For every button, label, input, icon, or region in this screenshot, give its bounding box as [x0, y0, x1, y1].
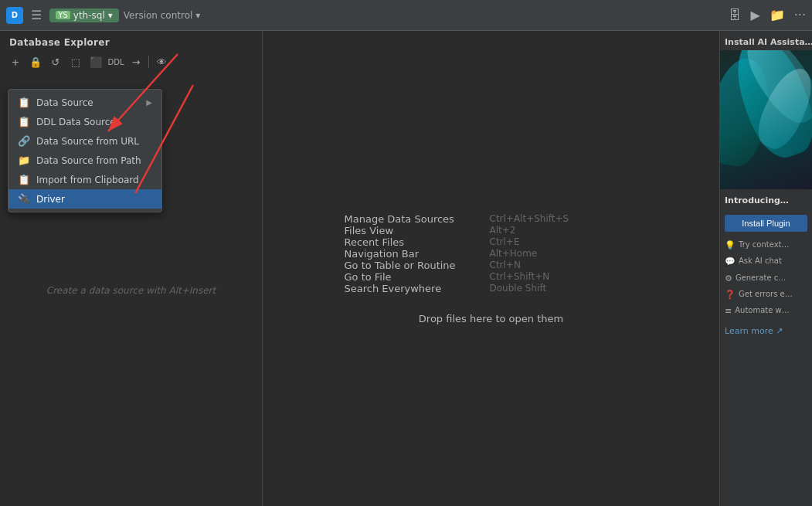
shortcut-key-file: Ctrl+Shift+N — [490, 271, 550, 282]
shortcut-label-search: Search Everywhere — [345, 283, 484, 294]
shortcut-label-file: Go to File — [345, 271, 484, 283]
project-name: yth-sql — [73, 10, 105, 21]
shortcut-row-nav: Navigation Bar Alt+Home — [345, 248, 638, 260]
version-control-selector[interactable]: Version control ▾ — [124, 10, 201, 21]
shortcuts-list: Manage Data Sources Ctrl+Alt+Shift+S Fil… — [345, 213, 638, 294]
shortcut-label-table: Go to Table or Routine — [345, 260, 484, 271]
shortcut-row-files: Files View Alt+2 — [345, 225, 638, 236]
version-control-chevron: ▾ — [195, 10, 200, 21]
app-logo: D — [6, 7, 23, 24]
shortcut-label-manage: Manage Data Sources — [345, 213, 484, 225]
ai-banner-title: Install AI Assista… — [720, 31, 812, 50]
submenu-arrow: ▶ — [146, 98, 152, 107]
menu-item-ddl-data-source[interactable]: 📋 DDL Data Source — [8, 112, 161, 131]
shortcut-label-nav: Navigation Bar — [345, 248, 484, 260]
clipboard-icon: 📋 — [18, 174, 30, 185]
errors-icon: ❓ — [725, 290, 736, 301]
chat-icon: 💬 — [725, 256, 736, 267]
driver-icon: 🔌 — [18, 193, 30, 205]
table-button[interactable]: ⬚ — [66, 53, 85, 71]
shortcut-key-files: Alt+2 — [490, 225, 516, 236]
left-panel: Database Explorer + 🔒 ↺ ⬚ ⬛ DDL → 👁 📋 Da… — [0, 31, 263, 506]
panel-toolbar: + 🔒 ↺ ⬚ ⬛ DDL → 👁 — [0, 51, 262, 74]
url-source-label: Data Source from URL — [36, 136, 139, 147]
ddl-source-label: DDL Data Source — [36, 117, 116, 127]
ddl-button[interactable]: DDL — [107, 53, 125, 71]
menu-item-data-source-url[interactable]: 🔗 Data Source from URL — [8, 131, 161, 151]
generate-icon: ⚙ — [725, 273, 732, 284]
folder-icon[interactable]: 📁 — [770, 8, 785, 22]
project-selector[interactable]: YS yth-sql ▾ — [49, 8, 118, 22]
feature-errors-text: Get errors e… — [739, 289, 793, 299]
lock-button[interactable]: 🔒 — [26, 53, 45, 71]
data-source-icon: 📋 — [18, 97, 30, 108]
path-source-label: Data Source from Path — [36, 155, 141, 166]
version-control-label: Version control — [124, 10, 193, 21]
clipboard-label: Import from Clipboard — [36, 175, 139, 185]
install-plugin-button[interactable]: Install Plugin — [725, 215, 807, 232]
feature-try-context-text: Try context… — [739, 239, 790, 250]
shortcut-row-search: Search Everywhere Double Shift — [345, 283, 638, 294]
context-icon: 💡 — [725, 240, 736, 251]
topbar-action-icons: 🗄 ▶ 📁 ··· — [729, 8, 806, 22]
toolbar-separator — [148, 56, 149, 68]
driver-label: Driver — [36, 194, 65, 205]
feature-automate: ≡ Automate w… — [725, 305, 807, 317]
menu-item-data-source-path[interactable]: 📁 Data Source from Path — [8, 151, 161, 170]
shortcut-row-manage: Manage Data Sources Ctrl+Alt+Shift+S — [345, 213, 638, 225]
eye-button[interactable]: 👁 — [152, 53, 171, 71]
project-initials: YS — [56, 11, 70, 19]
feature-errors: ❓ Get errors e… — [725, 289, 807, 301]
feature-ask-ai: 💬 Ask AI chat — [725, 256, 807, 267]
more-options-icon[interactable]: ··· — [794, 8, 806, 22]
arrow-button[interactable]: → — [127, 53, 145, 71]
drop-files-text: Drop files here to open them — [419, 313, 563, 324]
grid-button[interactable]: ⬛ — [87, 53, 105, 71]
feature-try-context: 💡 Try context… — [725, 239, 807, 251]
automate-icon: ≡ — [725, 306, 732, 317]
project-chevron: ▾ — [108, 10, 113, 21]
url-source-icon: 🔗 — [18, 135, 30, 147]
add-button[interactable]: + — [6, 53, 25, 71]
shortcut-key-recent: Ctrl+E — [490, 236, 520, 247]
data-source-label: Data Source — [36, 97, 93, 108]
shortcut-key-manage: Ctrl+Alt+Shift+S — [490, 213, 569, 224]
menu-item-driver[interactable]: 🔌 Driver — [8, 189, 161, 209]
shortcut-key-table: Ctrl+N — [490, 260, 521, 270]
run-icon[interactable]: ▶ — [750, 8, 759, 22]
refresh-button[interactable]: ↺ — [46, 53, 65, 71]
center-panel: Manage Data Sources Ctrl+Alt+Shift+S Fil… — [263, 31, 719, 506]
path-source-icon: 📁 — [18, 155, 30, 166]
ddl-source-icon: 📋 — [18, 116, 30, 127]
feature-generate: ⚙ Generate c… — [725, 273, 807, 284]
ai-feature-list: 💡 Try context… 💬 Ask AI chat ⚙ Generate … — [720, 235, 812, 321]
feature-ask-ai-text: Ask AI chat — [739, 256, 782, 266]
right-panel: Install AI Assista… Introducing… Install… — [719, 31, 812, 506]
dropdown-menu: 📋 Data Source ▶ 📋 DDL Data Source 🔗 Data… — [8, 89, 162, 212]
main-layout: Database Explorer + 🔒 ↺ ⬚ ⬛ DDL → 👁 📋 Da… — [0, 31, 812, 506]
ai-intro-text: Introducing… — [720, 189, 812, 212]
shortcut-row-table: Go to Table or Routine Ctrl+N — [345, 260, 638, 271]
topbar: D ☰ YS yth-sql ▾ Version control ▾ 🗄 ▶ 📁… — [0, 0, 812, 31]
database-icon[interactable]: 🗄 — [729, 8, 741, 22]
shortcut-label-recent: Recent Files — [345, 236, 484, 248]
shortcut-row-recent: Recent Files Ctrl+E — [345, 236, 638, 248]
menu-item-import-clipboard[interactable]: 📋 Import from Clipboard — [8, 170, 161, 189]
feature-automate-text: Automate w… — [735, 305, 790, 315]
feature-generate-text: Generate c… — [736, 273, 786, 283]
ai-image-area — [720, 50, 812, 189]
shortcut-key-nav: Alt+Home — [490, 248, 538, 259]
menu-item-data-source[interactable]: 📋 Data Source ▶ — [8, 93, 161, 112]
learn-more-link[interactable]: Learn more ↗ — [720, 321, 812, 341]
hamburger-menu[interactable]: ☰ — [28, 6, 45, 24]
shortcut-label-files: Files View — [345, 225, 484, 236]
shortcut-key-search: Double Shift — [490, 283, 547, 294]
shortcut-row-file: Go to File Ctrl+Shift+N — [345, 271, 638, 283]
panel-title: Database Explorer — [0, 31, 262, 51]
